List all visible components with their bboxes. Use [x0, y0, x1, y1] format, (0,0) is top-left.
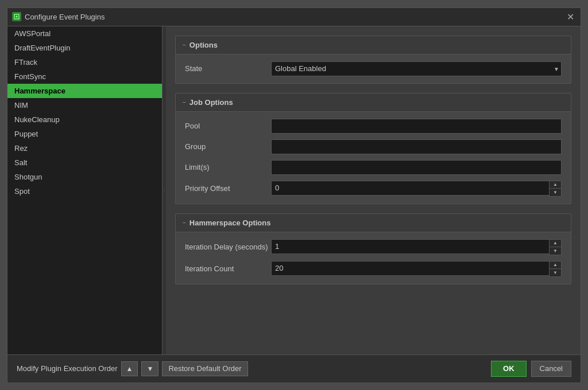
main-content: − Options State Global Enabled Global Di…: [166, 26, 581, 354]
options-section-header[interactable]: − Options: [176, 36, 571, 54]
job-options-toggle-icon: −: [183, 99, 186, 106]
limits-input[interactable]: [271, 160, 562, 175]
restore-default-order-button[interactable]: Restore Default Order: [162, 361, 247, 376]
options-section-title: Options: [189, 41, 218, 49]
hammerspace-toggle-icon: −: [183, 220, 186, 226]
priority-offset-field-row: Priority Offset ▲ ▼: [185, 181, 562, 197]
options-section: − Options State Global Enabled Global Di…: [175, 36, 571, 84]
sidebar-item-rez[interactable]: Rez: [7, 141, 162, 155]
hammerspace-section-title: Hammerspace Options: [189, 219, 271, 227]
iteration-count-increment-button[interactable]: ▲: [550, 262, 561, 269]
dialog-body: AWSPortal DraftEventPlugin FTrack FontSy…: [7, 26, 581, 354]
hammerspace-options-section-header[interactable]: − Hammerspace Options: [176, 214, 571, 232]
hammerspace-options-section-body: Iteration Delay (seconds) ▲ ▼ Iteration …: [176, 232, 571, 284]
iteration-delay-spinner: ▲ ▼: [271, 239, 562, 255]
sidebar-item-drafteventplugin[interactable]: DraftEventPlugin: [7, 41, 162, 55]
options-toggle-icon: −: [183, 42, 186, 48]
sidebar-item-salt[interactable]: Salt: [7, 155, 162, 170]
group-input[interactable]: [271, 139, 562, 154]
move-up-button[interactable]: ▲: [121, 361, 138, 376]
title-bar-left: Configure Event Plugins: [12, 12, 105, 21]
app-icon: [12, 12, 21, 21]
state-label: State: [185, 64, 271, 73]
title-bar: Configure Event Plugins ✕: [7, 8, 581, 26]
plugin-sidebar: AWSPortal DraftEventPlugin FTrack FontSy…: [7, 26, 163, 354]
sidebar-item-hammerspace[interactable]: Hammerspace: [7, 84, 162, 98]
dialog-footer: Modify Plugin Execution Order ▲ ▼ Restor…: [7, 354, 581, 383]
iteration-delay-spinner-buttons: ▲ ▼: [549, 239, 562, 255]
iteration-delay-decrement-button[interactable]: ▼: [550, 247, 561, 255]
iteration-count-spinner: ▲ ▼: [271, 261, 562, 277]
options-section-body: State Global Enabled Global Disabled Ena…: [176, 54, 571, 83]
priority-offset-decrement-button[interactable]: ▼: [550, 189, 561, 196]
state-field-row: State Global Enabled Global Disabled Ena…: [185, 61, 562, 76]
sidebar-item-awsportal[interactable]: AWSPortal: [7, 26, 162, 41]
iteration-delay-input[interactable]: [271, 239, 549, 254]
close-button[interactable]: ✕: [564, 11, 576, 22]
group-field-row: Group: [185, 139, 562, 154]
sidebar-item-nukecleanup[interactable]: NukeCleanup: [7, 112, 162, 127]
cancel-button[interactable]: Cancel: [531, 361, 571, 377]
iteration-count-input[interactable]: [271, 261, 549, 276]
priority-offset-increment-button[interactable]: ▲: [550, 181, 561, 189]
priority-offset-label: Priority Offset: [185, 184, 271, 193]
iteration-count-decrement-button[interactable]: ▼: [550, 269, 561, 276]
pool-field-row: Pool: [185, 119, 562, 134]
iteration-delay-field-row: Iteration Delay (seconds) ▲ ▼: [185, 239, 562, 255]
footer-left: Modify Plugin Execution Order ▲ ▼ Restor…: [17, 361, 248, 376]
pool-label: Pool: [185, 122, 271, 130]
hammerspace-options-section: − Hammerspace Options Iteration Delay (s…: [175, 213, 571, 284]
ok-button[interactable]: OK: [491, 361, 527, 377]
iteration-delay-increment-button[interactable]: ▲: [550, 240, 561, 247]
limits-label: Limit(s): [185, 163, 271, 171]
state-select[interactable]: Global Enabled Global Disabled Enabled D…: [271, 61, 562, 76]
dialog-title: Configure Event Plugins: [25, 13, 105, 21]
sidebar-item-ftrack[interactable]: FTrack: [7, 55, 162, 69]
group-label: Group: [185, 142, 271, 151]
job-options-section: − Job Options Pool Group Limit(s): [175, 93, 571, 204]
iteration-count-field-row: Iteration Count ▲ ▼: [185, 261, 562, 277]
move-down-button[interactable]: ▼: [141, 361, 158, 376]
sidebar-item-puppet[interactable]: Puppet: [7, 127, 162, 141]
job-options-section-body: Pool Group Limit(s) Priority Offset: [176, 112, 571, 204]
sidebar-item-nim[interactable]: NIM: [7, 98, 162, 112]
iteration-count-spinner-buttons: ▲ ▼: [549, 261, 562, 277]
sidebar-item-fontsync[interactable]: FontSync: [7, 69, 162, 84]
job-options-section-header[interactable]: − Job Options: [176, 93, 571, 112]
priority-offset-spinner: ▲ ▼: [271, 181, 562, 197]
sidebar-item-shotgun[interactable]: Shotgun: [7, 170, 162, 184]
pool-input[interactable]: [271, 119, 562, 134]
state-select-wrapper: Global Enabled Global Disabled Enabled D…: [271, 61, 562, 76]
footer-right: OK Cancel: [491, 361, 571, 377]
iteration-delay-label: Iteration Delay (seconds): [185, 243, 271, 251]
priority-offset-spinner-buttons: ▲ ▼: [549, 181, 562, 197]
priority-offset-input[interactable]: [271, 181, 549, 196]
configure-event-plugins-dialog: Configure Event Plugins ✕ AWSPortal Draf…: [7, 7, 581, 383]
iteration-count-label: Iteration Count: [185, 264, 271, 273]
sidebar-item-spot[interactable]: Spot: [7, 184, 162, 198]
job-options-section-title: Job Options: [189, 98, 233, 107]
modify-order-label: Modify Plugin Execution Order: [17, 364, 118, 373]
limits-field-row: Limit(s): [185, 160, 562, 175]
